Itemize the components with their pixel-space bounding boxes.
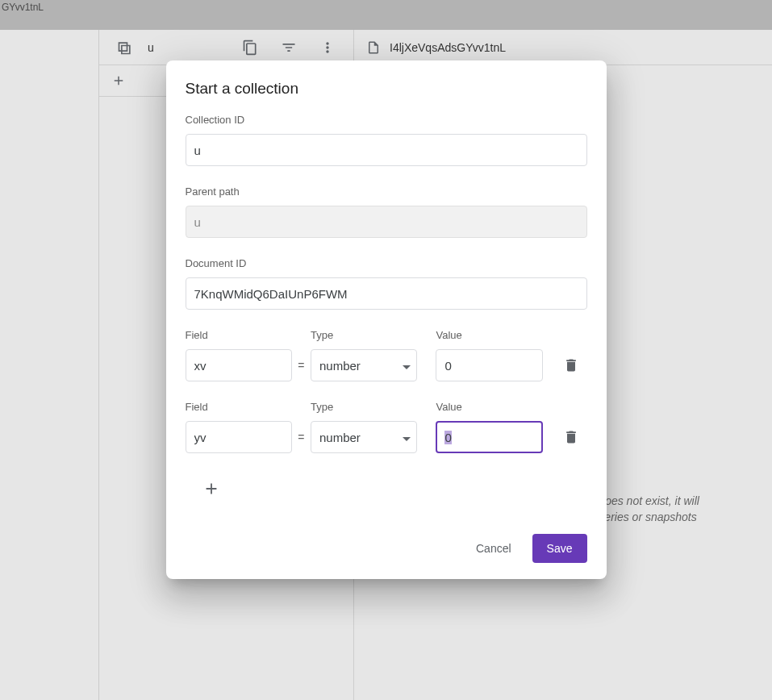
value-label-0: Value (436, 329, 542, 341)
field-name-input-0[interactable] (186, 349, 292, 381)
equals-0: = (292, 349, 311, 381)
type-label-0: Type (311, 329, 417, 341)
equals-1: = (292, 421, 311, 453)
field-label-1: Field (186, 401, 292, 413)
trash-icon (563, 429, 579, 445)
dialog-actions: Cancel Save (186, 534, 587, 563)
plus-icon (202, 480, 220, 498)
field-name-input-1[interactable] (186, 421, 292, 453)
document-id-input[interactable] (186, 277, 587, 310)
add-field-button[interactable] (195, 473, 227, 505)
field-row-1: Field = Type Value (186, 401, 587, 453)
cancel-button[interactable]: Cancel (461, 534, 526, 563)
type-label-1: Type (311, 401, 417, 413)
field-label-0: Field (186, 329, 292, 341)
collection-id-input[interactable] (186, 134, 587, 166)
delete-field-button-0[interactable] (556, 349, 587, 381)
save-button[interactable]: Save (532, 534, 587, 563)
collection-id-label: Collection ID (186, 114, 587, 126)
document-id-label: Document ID (186, 257, 587, 269)
value-label-1: Value (436, 401, 542, 413)
field-value-input-0[interactable] (436, 349, 542, 381)
parent-path-input (186, 206, 587, 238)
dialog-title: Start a collection (186, 80, 587, 98)
modal-overlay: Start a collection Collection ID Parent … (0, 0, 772, 700)
field-row-0: Field = Type Value (186, 329, 587, 381)
field-type-select-1[interactable] (311, 421, 417, 453)
field-value-input-1[interactable] (436, 421, 542, 453)
parent-path-label: Parent path (186, 185, 587, 198)
start-collection-dialog: Start a collection Collection ID Parent … (166, 60, 607, 579)
trash-icon (563, 357, 579, 373)
field-type-select-0[interactable] (311, 349, 417, 381)
delete-field-button-1[interactable] (556, 421, 587, 453)
